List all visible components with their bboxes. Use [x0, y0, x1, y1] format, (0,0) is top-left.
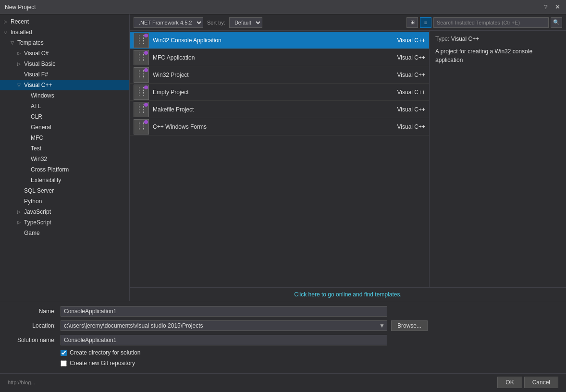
template-item-mfc-app[interactable]: ⋮⋮⋮⋮MFC ApplicationVisual C++	[130, 49, 429, 66]
solution-name-input[interactable]	[61, 335, 387, 345]
type-value: Visual C++	[451, 36, 479, 42]
sidebar-item-installed[interactable]: ▽Installed	[0, 27, 129, 37]
cpp-indicator	[144, 51, 148, 55]
sidebar-item-label: JavaScript	[24, 208, 129, 215]
search-button[interactable]: 🔍	[551, 17, 562, 28]
sidebar-item-visual-cpp[interactable]: ▽Visual C++	[0, 80, 129, 90]
bottom-buttons: OK Cancel	[497, 377, 558, 388]
template-icon-makefile: ⋮⋮⋮⋮	[134, 102, 149, 117]
template-lang: Visual C++	[368, 123, 425, 130]
sidebar-item-label: Templates	[17, 39, 129, 46]
location-input-group: ▼	[61, 320, 387, 331]
sidebar-item-extensibility[interactable]: Extensibility	[0, 175, 129, 185]
template-lang: Visual C++	[368, 37, 425, 44]
template-name: C++ Windows Forms	[153, 123, 368, 130]
bottom-url: http://blog...	[8, 380, 35, 385]
template-item-empty-project[interactable]: ⋮⋮⋮⋮Empty ProjectVisual C++	[130, 84, 429, 101]
sidebar-item-python[interactable]: Python	[0, 196, 129, 207]
type-label: Type:	[435, 36, 449, 42]
sidebar-item-general[interactable]: General	[0, 122, 129, 133]
template-item-win32-project[interactable]: ⋮⋮⋮⋮Win32 ProjectVisual C++	[130, 66, 429, 84]
search-input[interactable]	[433, 17, 549, 28]
framework-select[interactable]: .NET Framework 4.5.2	[134, 17, 203, 28]
bottom-row: http://blog... OK Cancel	[0, 373, 566, 392]
template-list: ⋮⋮⋮⋮Win32 Console ApplicationVisual C++⋮…	[130, 31, 429, 287]
form-area: Name: Location: ▼ Browse... Solution nam…	[0, 301, 566, 373]
cpp-indicator	[144, 120, 148, 124]
template-item-win32-console[interactable]: ⋮⋮⋮⋮Win32 Console ApplicationVisual C++	[130, 32, 429, 49]
sidebar-item-label: Visual C#	[24, 50, 129, 57]
arrow-icon: ▷	[17, 61, 24, 66]
template-area: ⋮⋮⋮⋮Win32 Console ApplicationVisual C++⋮…	[130, 31, 566, 287]
sidebar-item-mfc[interactable]: MFC	[0, 133, 129, 143]
create-dir-label[interactable]: Create directory for solution	[70, 349, 140, 356]
location-label: Location:	[8, 322, 61, 329]
sidebar-item-windows[interactable]: Windows	[0, 90, 129, 101]
template-item-cpp-win-forms[interactable]: ⋮⋮⋮⋮C++ Windows FormsVisual C++	[130, 118, 429, 135]
create-git-label[interactable]: Create new Git repository	[70, 360, 135, 367]
help-button[interactable]: ?	[542, 3, 550, 11]
sidebar-item-label: Cross Platform	[31, 166, 129, 173]
solution-name-label: Solution name:	[8, 337, 61, 343]
sidebar-item-label: Test	[31, 145, 129, 152]
template-name: Win32 Console Application	[153, 37, 368, 44]
sidebar-item-label: CLR	[31, 113, 129, 120]
arrow-icon: ▽	[11, 40, 17, 45]
sidebar-item-label: TypeScript	[24, 219, 129, 226]
cpp-indicator	[144, 34, 148, 37]
sidebar-item-visual-c-sharp[interactable]: ▷Visual C#	[0, 48, 129, 59]
info-panel: Type: Visual C++ A project for creating …	[429, 31, 566, 287]
sidebar-item-label: ATL	[31, 103, 129, 110]
arrow-icon: ▷	[4, 19, 11, 24]
sidebar-item-recent[interactable]: ▷Recent	[0, 16, 129, 27]
list-view-button[interactable]: ≡	[420, 17, 431, 28]
sidebar-item-game[interactable]: Game	[0, 228, 129, 238]
cpp-indicator	[144, 103, 148, 107]
ok-button[interactable]: OK	[497, 377, 522, 388]
sidebar-item-test[interactable]: Test	[0, 143, 129, 154]
sidebar-item-sql-server[interactable]: SQL Server	[0, 185, 129, 196]
arrow-icon: ▽	[4, 30, 11, 35]
name-label: Name:	[8, 308, 61, 315]
arrow-icon: ▷	[17, 220, 24, 225]
template-lang: Visual C++	[368, 54, 425, 61]
sidebar-item-visual-f-sharp[interactable]: Visual F#	[0, 69, 129, 80]
cancel-button[interactable]: Cancel	[524, 377, 558, 388]
browse-button[interactable]: Browse...	[391, 320, 428, 331]
sidebar-item-win32[interactable]: Win32	[0, 154, 129, 164]
sidebar: ▷Recent▽Installed▽Templates▷Visual C#▷Vi…	[0, 14, 130, 301]
online-link[interactable]: Click here to go online and find templat…	[294, 291, 401, 298]
sidebar-item-label: Visual Basic	[24, 61, 129, 67]
grid-view-button[interactable]: ⊞	[406, 17, 418, 28]
sidebar-item-label: Visual F#	[24, 71, 129, 78]
sidebar-item-templates[interactable]: ▽Templates	[0, 37, 129, 48]
name-input[interactable]	[61, 306, 387, 317]
template-item-makefile[interactable]: ⋮⋮⋮⋮Makefile ProjectVisual C++	[130, 101, 429, 118]
name-row: Name:	[8, 306, 558, 317]
sidebar-item-label: Visual C++	[24, 82, 129, 88]
title-bar: New Project ? ✕	[0, 0, 566, 14]
sidebar-item-visual-basic[interactable]: ▷Visual Basic	[0, 59, 129, 69]
create-dir-checkbox[interactable]	[61, 350, 67, 356]
sidebar-item-label: MFC	[31, 135, 129, 141]
sort-select[interactable]: Default	[229, 17, 262, 28]
create-git-row: Create new Git repository	[61, 360, 558, 367]
create-git-checkbox[interactable]	[61, 360, 67, 367]
sidebar-item-clr[interactable]: CLR	[0, 111, 129, 122]
sidebar-item-label: Python	[24, 198, 129, 205]
sidebar-item-label: Recent	[11, 18, 129, 25]
close-button[interactable]: ✕	[554, 3, 561, 11]
sidebar-item-javascript[interactable]: ▷JavaScript	[0, 207, 129, 217]
sidebar-item-atl[interactable]: ATL	[0, 101, 129, 111]
template-name: Makefile Project	[153, 106, 368, 113]
sidebar-item-label: Extensibility	[31, 177, 129, 184]
location-row: Location: ▼ Browse...	[8, 320, 558, 331]
sidebar-item-cross-platform[interactable]: Cross Platform	[0, 164, 129, 175]
location-input[interactable]	[61, 320, 377, 331]
sidebar-item-typescript[interactable]: ▷TypeScript	[0, 217, 129, 228]
template-lang: Visual C++	[368, 72, 425, 78]
title-bar-controls: ? ✕	[542, 3, 561, 11]
online-link-row: Click here to go online and find templat…	[130, 287, 566, 301]
location-dropdown-arrow[interactable]: ▼	[377, 320, 387, 331]
sidebar-item-label: Installed	[11, 29, 129, 36]
